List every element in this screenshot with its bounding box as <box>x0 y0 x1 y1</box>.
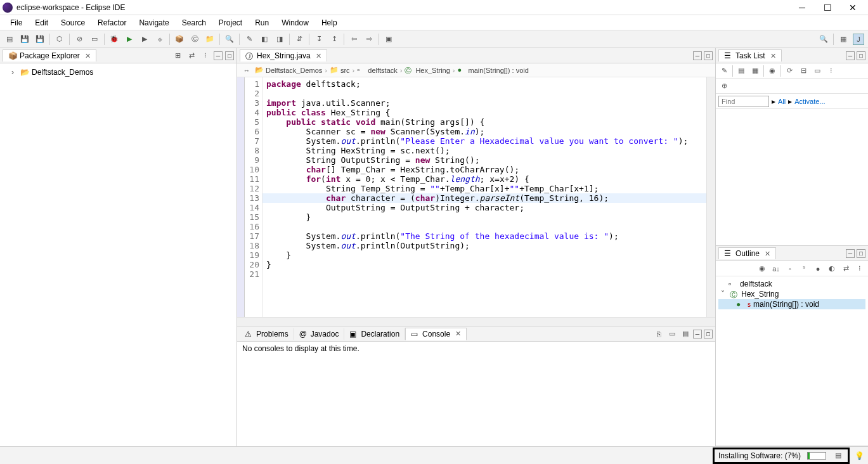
code-editor[interactable]: 1 2 3 4 5 6 7 8 9 10 11 12 13 14 15 16 1… <box>237 77 715 317</box>
open-persp-icon[interactable]: ▦ <box>838 34 849 45</box>
persp-icon[interactable]: ▣ <box>383 34 394 45</box>
caret-right-icon[interactable]: ▸ <box>788 97 792 106</box>
code-area[interactable]: package delftstack; import java.util.Sca… <box>262 77 706 317</box>
menu-edit[interactable]: Edit <box>29 17 55 29</box>
maximize-view-icon[interactable]: □ <box>857 51 865 60</box>
menu-icon[interactable]: ⁝ <box>854 263 865 274</box>
status-progress-box[interactable]: Installing Software: (7%) ▤ <box>713 448 850 464</box>
display-console-icon[interactable]: ▭ <box>666 328 678 340</box>
search-icon[interactable]: 🔍 <box>224 34 235 45</box>
tab-problems[interactable]: ⚠Problems <box>240 328 294 340</box>
menu-help[interactable]: Help <box>315 17 344 29</box>
maximize-editor-icon[interactable]: □ <box>704 51 713 60</box>
tip-icon[interactable]: 💡 <box>855 451 864 460</box>
ref1-icon[interactable]: ◧ <box>259 34 270 45</box>
minimize-editor-icon[interactable]: ─ <box>693 51 702 60</box>
new-icon[interactable]: ▤ <box>4 34 15 45</box>
outline-item-package[interactable]: ▫ delftstack <box>718 279 865 289</box>
new-pkg-icon[interactable]: 📦 <box>174 34 185 45</box>
focus-icon[interactable]: ◉ <box>756 263 768 274</box>
maximize-view-icon[interactable]: □ <box>857 249 865 258</box>
close-icon[interactable]: ✕ <box>82 52 91 60</box>
tab-declaration[interactable]: ▣Declaration <box>344 328 405 340</box>
close-button[interactable]: ✕ <box>840 0 865 15</box>
menu-icon[interactable]: ⁝ <box>826 65 837 77</box>
caret-right-icon[interactable]: › <box>11 68 18 77</box>
minimize-view-icon[interactable]: ─ <box>693 330 702 338</box>
open-console-icon[interactable]: ▤ <box>680 328 691 340</box>
outline-item-class[interactable]: ˅ Ⓒ Hex_String <box>718 289 865 299</box>
menu-source[interactable]: Source <box>55 17 91 29</box>
sync-icon[interactable]: ⟳ <box>784 65 795 77</box>
maximize-view-icon[interactable]: □ <box>704 330 713 338</box>
crumb-pkg[interactable]: ▫delftstack <box>357 66 397 75</box>
wand-icon[interactable]: ✎ <box>243 34 255 45</box>
task-link-all[interactable]: All <box>778 98 786 105</box>
sort-icon[interactable]: a↓ <box>770 263 782 274</box>
close-icon[interactable]: ✕ <box>762 250 770 258</box>
skip-icon[interactable]: ⊘ <box>74 34 85 45</box>
menu-file[interactable]: File <box>4 17 29 29</box>
new-task-icon[interactable]: ✎ <box>718 65 730 77</box>
task-link-activate[interactable]: Activate... <box>794 98 825 105</box>
maximize-button[interactable]: ☐ <box>815 0 840 15</box>
back-icon[interactable]: ⇦ <box>348 34 360 45</box>
caret-down-icon[interactable]: ˅ <box>721 290 727 299</box>
build-icon[interactable]: ⬡ <box>54 34 65 45</box>
hide-fields-icon[interactable]: ◦ <box>784 263 796 274</box>
menu-project[interactable]: Project <box>212 17 249 29</box>
access-search-icon[interactable]: 🔍 <box>818 34 829 45</box>
menu-window[interactable]: Window <box>275 17 315 29</box>
link-outline-icon[interactable]: ⇄ <box>840 263 852 274</box>
editor-h-scroll[interactable] <box>237 317 715 326</box>
java-persp-icon[interactable]: J <box>853 34 864 45</box>
editor-tab-hexstring[interactable]: Ⓙ Hex_String.java ✕ <box>240 49 327 61</box>
history-icon[interactable]: ↔ <box>241 65 252 76</box>
prev-anno-icon[interactable]: ↥ <box>328 34 340 45</box>
caret-right-icon[interactable]: ▸ <box>772 97 775 106</box>
close-icon[interactable]: ✕ <box>313 52 321 60</box>
outline-tab[interactable]: ☰ Outline ✕ <box>718 247 776 259</box>
collapse-icon[interactable]: ⊟ <box>798 65 809 77</box>
tab-javadoc[interactable]: @Javadoc <box>294 328 345 340</box>
minimize-button[interactable]: ─ <box>789 0 815 15</box>
menu-run[interactable]: Run <box>249 17 275 29</box>
fwd-icon[interactable]: ⇨ <box>363 34 375 45</box>
filter-icon[interactable]: ⊕ <box>718 81 730 92</box>
hide-nonpublic-icon[interactable]: ● <box>812 263 824 274</box>
overview-ruler[interactable] <box>706 77 715 317</box>
new-class-icon[interactable]: Ⓒ <box>189 34 200 45</box>
hide-static-icon[interactable]: ˢ <box>798 263 810 274</box>
crumb-src[interactable]: 📁src <box>330 66 350 75</box>
minimize-view-icon[interactable]: ─ <box>846 51 855 60</box>
progress-details-icon[interactable]: ▤ <box>832 450 844 461</box>
next-anno-icon[interactable]: ↧ <box>313 34 325 45</box>
package-explorer-tab[interactable]: 📦 Package Explorer ✕ <box>3 49 96 61</box>
collapse-icon[interactable]: ⊞ <box>172 50 183 61</box>
toggle-icon[interactable]: ▭ <box>89 34 100 45</box>
cat-icon[interactable]: ▤ <box>735 65 747 77</box>
coverage-icon[interactable]: ▶ <box>139 34 150 45</box>
tree-item-project[interactable]: › 📂 Delftstack_Demos <box>4 67 233 77</box>
crumb-class[interactable]: ⒸHex_String <box>405 66 450 75</box>
crumb-method[interactable]: ●main(String[]) : void <box>458 66 529 75</box>
close-icon[interactable]: ✕ <box>768 52 776 60</box>
task-list-tab[interactable]: ☰ Task List ✕ <box>718 49 782 61</box>
tab-console[interactable]: ▭Console✕ <box>405 328 467 340</box>
new-folder-icon[interactable]: 📁 <box>204 34 216 45</box>
outline-item-method[interactable]: ● s main(String[]) : void <box>718 299 865 309</box>
external-icon[interactable]: ⎆ <box>154 34 165 45</box>
minimize-view-icon[interactable]: ─ <box>846 249 855 258</box>
close-icon[interactable]: ✕ <box>453 330 461 338</box>
minimize-view-icon[interactable]: ─ <box>214 51 223 60</box>
debug-icon[interactable]: 🐞 <box>108 34 120 45</box>
link-icon[interactable]: ⇄ <box>186 50 197 61</box>
sched-icon[interactable]: ▦ <box>749 65 761 77</box>
menu-navigate[interactable]: Navigate <box>133 17 175 29</box>
filter-icon[interactable]: ⁝ <box>200 50 211 61</box>
pin-console-icon[interactable]: ⎘ <box>653 328 664 340</box>
maximize-view-icon[interactable]: □ <box>225 51 234 60</box>
run-icon[interactable]: ▶ <box>124 34 135 45</box>
menu-refactor[interactable]: Refactor <box>91 17 133 29</box>
task-find-input[interactable] <box>718 96 769 107</box>
